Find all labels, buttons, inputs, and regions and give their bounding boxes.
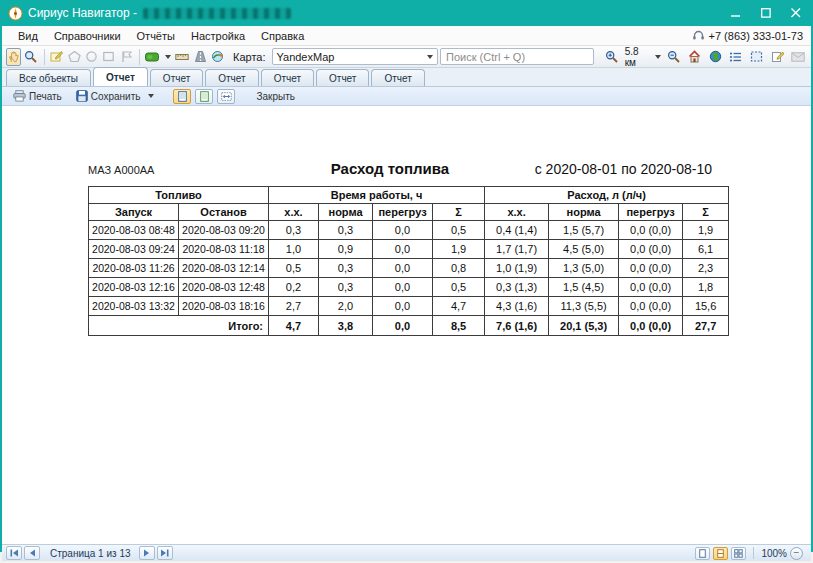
total-cell: 20,1 (5,3) [549, 316, 619, 336]
table-cell: 1,5 (5,7) [549, 221, 619, 240]
sb-view-single-button[interactable] [695, 547, 710, 560]
prev-page-button[interactable] [24, 546, 40, 560]
table-cell: 4,3 (1,6) [485, 297, 549, 316]
print-button[interactable]: Печать [8, 88, 67, 104]
save-caret-icon [148, 94, 154, 98]
menu-item[interactable]: Справка [253, 28, 312, 44]
menu-item[interactable]: Настройка [183, 28, 253, 44]
tab[interactable]: Отчет [371, 69, 424, 86]
column-header: норма [549, 204, 619, 221]
table-cell: 2020-08-03 12:16 [89, 278, 179, 297]
zoom-in-button[interactable] [602, 48, 621, 66]
rectangle-tool-icon [102, 50, 115, 63]
table-cell: 0,0 [373, 278, 433, 297]
table-cell: 0,0 [373, 240, 433, 259]
report-content: МАЗ А000АА Расход топлива с 2020-08-01 п… [2, 106, 811, 544]
total-cell: 27,7 [683, 316, 729, 336]
report-title: Расход топлива [268, 160, 512, 177]
zoom-out-button[interactable] [665, 48, 684, 66]
tab[interactable]: Отчет [150, 69, 203, 86]
circle-tool-icon [85, 50, 98, 63]
circle-tool-button[interactable] [84, 48, 99, 66]
menu-item[interactable]: Справочники [46, 28, 129, 44]
column-header: Σ [433, 204, 485, 221]
edit-notes-button[interactable] [768, 48, 787, 66]
first-page-button[interactable] [6, 546, 22, 560]
polygon-tool-button[interactable] [67, 48, 82, 66]
rectangle-tool-button[interactable] [101, 48, 116, 66]
close-button[interactable] [781, 0, 811, 26]
menu-item[interactable]: Вид [10, 28, 46, 44]
tab[interactable]: Все объекты [6, 69, 91, 86]
view-mode-fit-button[interactable] [217, 89, 235, 104]
table-cell: 1,7 (1,7) [485, 240, 549, 259]
scale-dropdown[interactable]: 5.8 км [623, 46, 663, 68]
table-cell: 2,7 [269, 297, 319, 316]
select-region-button[interactable] [747, 48, 766, 66]
view-mode-single-button[interactable] [173, 89, 191, 104]
table-row: 2020-08-03 08:482020-08-03 09:200,30,30,… [89, 221, 729, 240]
maximize-button[interactable] [751, 0, 781, 26]
last-page-button[interactable] [157, 546, 173, 560]
zoom-window-button[interactable] [23, 48, 38, 66]
flag-tool-button[interactable] [118, 48, 133, 66]
column-header: перегруз [373, 204, 433, 221]
table-cell: 2020-08-03 09:24 [89, 240, 179, 259]
table-cell: 0,8 [433, 259, 485, 278]
road-icon [194, 50, 207, 63]
globe-button[interactable] [706, 48, 725, 66]
table-cell: 11,3 (5,5) [549, 297, 619, 316]
next-page-button[interactable] [139, 546, 155, 560]
table-cell: 2020-08-03 12:48 [179, 278, 269, 297]
minimize-button[interactable] [721, 0, 751, 26]
pan-hand-icon [7, 50, 20, 63]
close-report-label: Закрыть [256, 91, 295, 102]
zoom-in-icon [605, 50, 618, 63]
zoom-minus-button[interactable]: − [790, 547, 803, 560]
table-cell: 2020-08-03 11:18 [179, 240, 269, 259]
menu-item[interactable]: Отчёты [129, 28, 183, 44]
route-button[interactable] [210, 48, 225, 66]
headset-icon [692, 30, 705, 42]
page-indicator: Страница 1 из 13 [42, 548, 139, 559]
report-toolbar: Печать Сохранить [2, 87, 811, 106]
save-button[interactable]: Сохранить [71, 88, 160, 104]
tab[interactable]: Отчет [261, 69, 314, 86]
scale-caret-icon [655, 55, 661, 59]
sb-view-fit-button[interactable] [713, 547, 728, 560]
tab-active[interactable]: Отчет [93, 67, 148, 86]
group-header: Время работы, ч [269, 187, 485, 204]
tab[interactable]: Отчет [205, 69, 258, 86]
messages-button[interactable] [788, 48, 807, 66]
map-select[interactable]: YandexMap [272, 48, 439, 65]
edit-notes-icon [771, 50, 784, 63]
legend-list-button[interactable] [726, 48, 745, 66]
table-cell: 1,0 [269, 240, 319, 259]
flag-tool-icon [120, 50, 133, 63]
print-button-label: Печать [29, 91, 62, 102]
list-icon [729, 51, 742, 63]
table-row: 2020-08-03 13:322020-08-03 18:162,72,00,… [89, 297, 729, 316]
home-button[interactable] [685, 48, 704, 66]
table-cell: 0,5 [269, 259, 319, 278]
table-cell: 1,9 [683, 221, 729, 240]
sb-view-multi-button[interactable] [731, 547, 746, 560]
objects-layer-dropdown[interactable] [144, 48, 172, 66]
view-mode-continuous-button[interactable] [195, 89, 213, 104]
report-header: МАЗ А000АА Расход топлива с 2020-08-01 п… [88, 160, 712, 177]
table-cell: 0,3 [319, 278, 373, 297]
road-distance-button[interactable] [192, 48, 207, 66]
table-row: 2020-08-03 12:162020-08-03 12:480,20,30,… [89, 278, 729, 297]
close-report-button[interactable]: Закрыть [251, 89, 300, 104]
total-cell: 3,8 [319, 316, 373, 336]
table-cell: 0,3 (1,3) [485, 278, 549, 297]
column-header: Останов [179, 204, 269, 221]
tab[interactable]: Отчет [316, 69, 369, 86]
map-select-caret-icon [427, 55, 433, 59]
table-cell: 0,9 [319, 240, 373, 259]
pan-hand-button[interactable] [6, 48, 21, 66]
edit-track-button[interactable] [49, 48, 64, 66]
ruler-button[interactable] [174, 48, 190, 66]
zoom-level: 100% [761, 548, 787, 559]
search-input[interactable] [440, 48, 594, 65]
